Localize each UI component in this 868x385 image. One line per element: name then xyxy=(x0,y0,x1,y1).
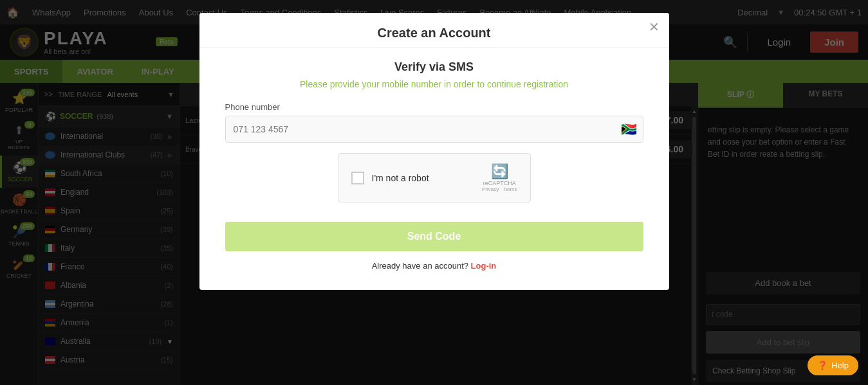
captcha-left: I'm not a robot xyxy=(351,172,429,184)
phone-form-group: Phone number 🇿🇦 xyxy=(225,102,643,143)
modal-footer: Already have an account? Log-in xyxy=(225,261,643,271)
captcha-text: I'm not a robot xyxy=(372,173,429,183)
captcha-checkbox[interactable] xyxy=(351,172,364,184)
modal-body: Verify via SMS Please provide your mobil… xyxy=(199,48,669,290)
captcha-wrapper: I'm not a robot 🔄 reCAPTCHA Privacy · Te… xyxy=(338,153,531,202)
captcha-right: 🔄 reCAPTCHA Privacy · Terms xyxy=(482,163,517,192)
recaptcha-label: reCAPTCHA xyxy=(483,180,516,186)
help-button[interactable]: ❓ Help xyxy=(808,355,858,375)
phone-input[interactable] xyxy=(225,116,643,143)
modal-description: Please provide your mobile number in ord… xyxy=(225,79,643,89)
help-label: Help xyxy=(831,361,849,370)
south-africa-flag: 🇿🇦 xyxy=(621,121,637,137)
phone-input-wrapper: 🇿🇦 xyxy=(225,116,643,143)
help-icon: ❓ xyxy=(817,361,827,370)
modal-subtitle: Verify via SMS xyxy=(225,60,643,74)
modal-header: Create an Account ✕ xyxy=(199,13,669,48)
modal-close-button[interactable]: ✕ xyxy=(649,21,660,33)
send-code-button[interactable]: Send Code xyxy=(225,222,643,251)
already-have-account: Already have an account? xyxy=(372,261,468,271)
recaptcha-icon: 🔄 xyxy=(491,163,508,180)
phone-label: Phone number xyxy=(225,102,643,112)
recaptcha-links: Privacy · Terms xyxy=(482,186,517,192)
create-account-modal: Create an Account ✕ Verify via SMS Pleas… xyxy=(199,13,669,290)
modal-overlay: Create an Account ✕ Verify via SMS Pleas… xyxy=(0,0,868,385)
login-link[interactable]: Log-in xyxy=(471,261,497,271)
modal-title: Create an Account xyxy=(212,26,656,40)
